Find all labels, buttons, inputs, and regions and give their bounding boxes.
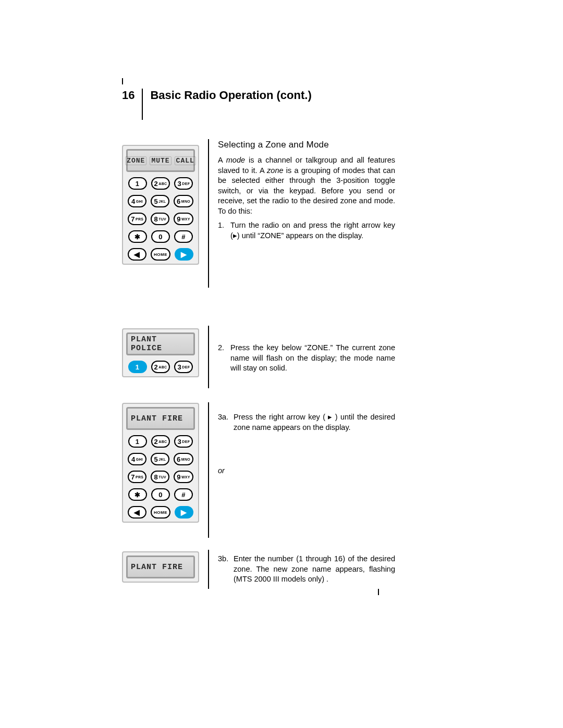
step-number: 3b. xyxy=(218,554,234,585)
key-home[interactable]: HOME xyxy=(151,248,170,261)
key-label: 2 xyxy=(154,180,158,188)
key-7[interactable]: 7PRS xyxy=(128,213,146,225)
key-label: 5 xyxy=(154,198,158,205)
text: A xyxy=(218,156,226,164)
key-left[interactable]: ◀ xyxy=(128,506,146,519)
key-0[interactable]: 0 xyxy=(151,488,170,501)
key-9[interactable]: 9WXY xyxy=(174,213,193,225)
key-sub: DEF xyxy=(182,182,190,186)
key-6[interactable]: 6MNO xyxy=(174,453,193,465)
keypad-frame: PLANT POLICE 1 2ABC 3DEF xyxy=(122,328,199,377)
key-8[interactable]: 8TUV xyxy=(151,213,169,225)
key-label: 1 xyxy=(136,363,140,371)
key-sub: MNO xyxy=(181,458,190,461)
key-5[interactable]: 5JKL xyxy=(151,195,169,207)
key-1[interactable]: 1 xyxy=(128,177,147,190)
key-2[interactable]: 2ABC xyxy=(151,361,170,373)
key-row: 4GHI 5JKL 6MNO xyxy=(126,195,195,207)
key-row: 7PRS 8TUV 9WXY xyxy=(126,213,195,225)
key-1-highlighted[interactable]: 1 xyxy=(128,361,147,373)
lcd-plant-fire-2: PLANT FIRE xyxy=(126,556,195,578)
key-label: # xyxy=(181,491,186,499)
divider xyxy=(208,326,209,388)
text-bold: ZONE xyxy=(260,231,281,240)
or-label: or xyxy=(218,466,395,475)
key-3[interactable]: 3DEF xyxy=(174,435,193,448)
key-left[interactable]: ◀ xyxy=(128,248,146,261)
key-sub: GHI xyxy=(136,200,143,203)
text-bold: ZONE xyxy=(307,343,328,352)
text: Press the key below “ xyxy=(230,343,307,352)
key-label: HOME xyxy=(154,252,167,257)
key-2[interactable]: 2ABC xyxy=(151,435,170,448)
key-hash[interactable]: # xyxy=(174,488,193,501)
right-arrow-icon: ▶ xyxy=(181,509,187,516)
text-block: 2. Press the key below “ZONE.” The curre… xyxy=(218,339,395,374)
page-title: Basic Radio Operation (cont.) xyxy=(143,89,311,120)
lcd-text: PLANT POLICE xyxy=(131,335,190,353)
key-home[interactable]: HOME xyxy=(151,506,170,519)
key-label: 6 xyxy=(177,455,181,463)
key-star[interactable]: ✱ xyxy=(128,488,147,501)
key-sub: ABC xyxy=(158,365,167,369)
key-sub: TUV xyxy=(158,475,166,479)
crop-mark xyxy=(378,589,379,595)
key-label: 1 xyxy=(136,180,140,188)
key-4[interactable]: 4GHI xyxy=(128,195,146,207)
key-row: ✱ 0 # xyxy=(126,488,195,501)
key-hash[interactable]: # xyxy=(174,230,193,243)
key-8[interactable]: 8TUV xyxy=(151,471,169,483)
key-7[interactable]: 7PRS xyxy=(128,471,146,483)
key-label: 5 xyxy=(154,455,158,463)
step-1: 1. Turn the radio on and press the right… xyxy=(218,220,395,241)
key-label: 3 xyxy=(178,180,182,188)
step-number: 2. xyxy=(218,343,230,374)
key-4[interactable]: 4GHI xyxy=(128,453,146,465)
divider xyxy=(208,139,209,288)
key-2[interactable]: 2ABC xyxy=(151,177,170,190)
key-row: 1 2ABC 3DEF xyxy=(126,361,195,373)
step-3a: 3a. Press the right arrow key ( ▸ ) unti… xyxy=(218,412,395,433)
key-9[interactable]: 9WXY xyxy=(174,471,193,483)
text-italic: zone xyxy=(267,166,283,175)
key-3[interactable]: 3DEF xyxy=(174,177,193,190)
key-label: ✱ xyxy=(134,491,141,499)
key-right-highlighted[interactable]: ▶ xyxy=(175,506,193,519)
key-label: 6 xyxy=(177,198,181,205)
key-5[interactable]: 5JKL xyxy=(151,453,169,465)
key-label: 3 xyxy=(178,438,182,446)
key-label: 1 xyxy=(136,438,140,446)
lcd-plant-fire: PLANT FIRE xyxy=(126,407,195,430)
step-text: Enter the number (1 through 16) of the d… xyxy=(234,554,395,585)
key-sub: PRS xyxy=(136,475,143,479)
key-0[interactable]: 0 xyxy=(151,230,170,243)
key-label: 2 xyxy=(154,363,158,371)
key-3[interactable]: 3DEF xyxy=(174,361,193,373)
key-row: ◀ HOME ▶ xyxy=(126,248,195,261)
key-6[interactable]: 6MNO xyxy=(174,195,193,207)
key-right-highlighted[interactable]: ▶ xyxy=(175,248,193,261)
key-label: 4 xyxy=(131,198,136,205)
key-row: 4GHI 5JKL 6MNO xyxy=(126,453,195,465)
key-sub: ABC xyxy=(158,182,167,186)
keypad-frame: PLANT FIRE xyxy=(122,551,199,583)
text-italic: mode xyxy=(226,156,245,164)
key-star[interactable]: ✱ xyxy=(128,230,147,243)
radio-illustration-3: PLANT FIRE 1 2ABC 3DEF 4GHI 5JKL 6MNO 7P… xyxy=(122,403,199,523)
key-label: HOME xyxy=(154,510,167,515)
key-sub: DEF xyxy=(182,440,190,443)
key-sub: DEF xyxy=(182,365,190,369)
divider xyxy=(208,402,209,538)
key-label: # xyxy=(181,233,186,241)
step-number: 1. xyxy=(218,220,230,241)
key-label: 8 xyxy=(154,215,158,223)
text-block: 3a. Press the right arrow key ( ▸ ) unti… xyxy=(218,408,395,433)
key-1[interactable]: 1 xyxy=(128,435,147,448)
key-label: 0 xyxy=(158,491,163,499)
section-title: Selecting a Zone and Mode xyxy=(218,140,395,150)
key-sub: WXY xyxy=(181,217,190,221)
lcd-zone-mute-call: ZONE MUTE CALL xyxy=(126,149,195,172)
lcd-segment: CALL xyxy=(175,156,196,165)
intro-paragraph: A mode is a channel or talkgroup and all… xyxy=(218,155,395,216)
text-block: 3b. Enter the number (1 through 16) of t… xyxy=(218,550,395,585)
